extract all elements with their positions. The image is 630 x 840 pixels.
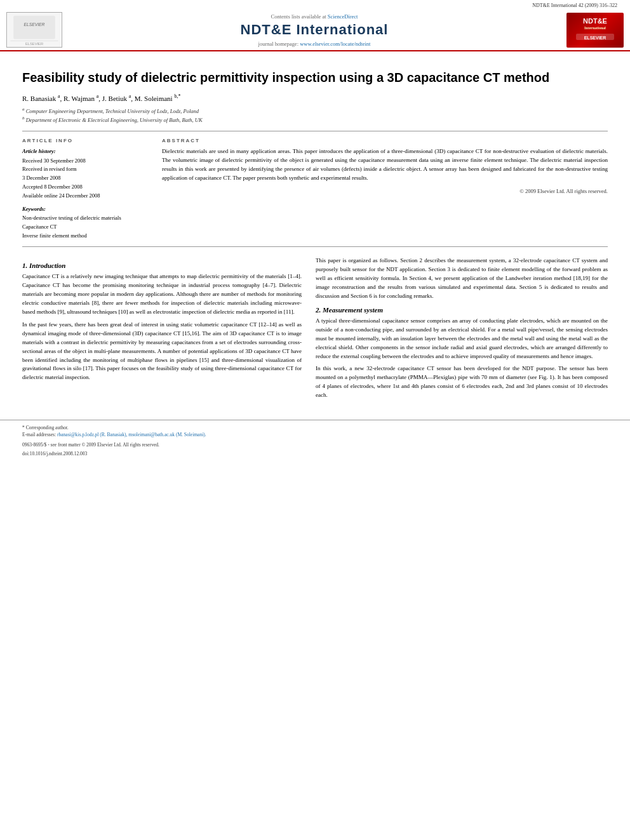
received-date: Received 30 September 2008 xyxy=(22,157,149,165)
svg-rect-1 xyxy=(13,16,55,39)
article-info-col: Article Info Article history: Received 3… xyxy=(22,138,149,240)
measurement-body: A typical three-dimensional capacitance … xyxy=(316,317,608,400)
ndte-logo: NDT&E International ELSEVIER xyxy=(566,13,624,48)
divider-2 xyxy=(22,246,608,247)
article-info-label: Article Info xyxy=(22,138,149,143)
intro-title-italic: Introduction xyxy=(29,262,65,269)
email2[interactable]: msoleimani@bath.ac.uk (M. Soleimani). xyxy=(128,432,206,437)
body-left-col: 1. Introduction Capacitance CT is a rela… xyxy=(22,257,302,404)
available-date: Available online 24 December 2008 xyxy=(22,192,149,200)
svg-text:ELSEVIER: ELSEVIER xyxy=(25,42,43,46)
doi-text: doi:10.1016/j.ndteint.2008.12.003 xyxy=(22,451,87,457)
ndte-logo-sub: International xyxy=(584,26,606,30)
intro-para-2: In the past few years, there has been gr… xyxy=(22,321,302,383)
intro-body: Capacitance CT is a relatively new imagi… xyxy=(22,272,302,382)
email1[interactable]: rbanasi@kis.p.lodz.pl (R. Banasiak), xyxy=(57,432,127,437)
measurement-title-italic: Measurement system xyxy=(323,306,383,314)
intro-right-para-1: This paper is organized as follows. Sect… xyxy=(316,257,608,301)
authors-line: R. Banasiak a, R. Wajman a, J. Betiuk a,… xyxy=(22,93,608,102)
keyword-1: Non-destructive testing of dielectric ma… xyxy=(22,214,149,223)
divider-1 xyxy=(22,131,608,131)
body-right-col: This paper is organized as follows. Sect… xyxy=(316,257,608,404)
keyword-3: Inverse finite element method xyxy=(22,232,149,241)
affiliations: a Computer Engineering Department, Techn… xyxy=(22,106,608,124)
measurement-section-title: 2. Measurement system xyxy=(316,306,608,314)
ndte-logo-text: NDT&E xyxy=(583,17,607,25)
intro-para-1: Capacitance CT is a relatively new imagi… xyxy=(22,272,302,317)
keywords-heading: Keywords: xyxy=(22,206,149,212)
paper-title: Feasibility study of dielectric permitti… xyxy=(22,69,608,86)
homepage-line: journal homepage: www.elsevier.com/locat… xyxy=(62,41,566,47)
science-direct-link[interactable]: ScienceDirect xyxy=(328,13,358,20)
where-text: where xyxy=(377,383,391,389)
homepage-url[interactable]: www.elsevier.com/locate/ndteint xyxy=(300,41,370,47)
abstract-col: Abstract Dielectric materials are used i… xyxy=(162,138,608,240)
citation-line: NDT&E International 42 (2009) 316–322 xyxy=(0,0,630,10)
footer-note: * Corresponding author. E-mail addresses… xyxy=(22,424,608,439)
body-content: 1. Introduction Capacitance CT is a rela… xyxy=(22,257,608,404)
authors-text: R. Banasiak a, R. Wajman a, J. Betiuk a,… xyxy=(22,95,180,102)
elsevier-logo: ELSEVIER ELSEVIER xyxy=(6,12,62,48)
journal-title-block: Contents lists available at ScienceDirec… xyxy=(62,13,566,47)
measurement-para-1: A typical three-dimensional capacitance … xyxy=(316,317,608,361)
journal-main-title: NDT&E International xyxy=(62,22,566,38)
science-direct-line: Contents lists available at ScienceDirec… xyxy=(62,13,566,20)
svg-text:ELSEVIER: ELSEVIER xyxy=(23,22,44,27)
keywords-section: Keywords: Non-destructive testing of die… xyxy=(22,206,149,240)
affiliation-a: a Computer Engineering Department, Techn… xyxy=(22,106,608,116)
abstract-text: Dielectric materials are used in many ap… xyxy=(162,147,608,183)
intro-right-text: This paper is organized as follows. Sect… xyxy=(316,257,608,301)
page-footer: * Corresponding author. E-mail addresses… xyxy=(0,420,630,460)
revised-date: Received in revised form xyxy=(22,165,149,173)
corresponding-author: * Corresponding author. xyxy=(22,424,608,431)
abstract-label: Abstract xyxy=(162,138,608,143)
main-content: Feasibility study of dielectric permitti… xyxy=(0,51,630,410)
intro-section-title: 1. Introduction xyxy=(22,262,302,269)
journal-header: NDT&E International 42 (2009) 316–322 EL… xyxy=(0,0,630,51)
footer-doi: doi:10.1016/j.ndteint.2008.12.003 xyxy=(22,451,608,457)
svg-text:ELSEVIER: ELSEVIER xyxy=(584,36,607,40)
email-line: E-mail addresses: rbanasi@kis.p.lodz.pl … xyxy=(22,431,608,438)
header-middle: ELSEVIER ELSEVIER Contents lists availab… xyxy=(0,10,630,50)
footer-bottom: 0963-8695/$ - see front matter © 2009 El… xyxy=(22,442,608,448)
accepted-date: Accepted 8 December 2008 xyxy=(22,183,149,191)
email-label: E-mail addresses: xyxy=(22,432,56,437)
keyword-2: Capacitance CT xyxy=(22,223,149,232)
article-info-abstract: Article Info Article history: Received 3… xyxy=(22,138,608,240)
history-heading: Article history: xyxy=(22,147,149,156)
citation-text: NDT&E International 42 (2009) 316–322 xyxy=(532,3,617,8)
copyright-text: © 2009 Elsevier Ltd. All rights reserved… xyxy=(162,188,608,194)
page: NDT&E International 42 (2009) 316–322 EL… xyxy=(0,0,630,840)
affiliation-b: b Department of Electronic & Electrical … xyxy=(22,115,608,124)
measurement-para-2: In this work, a new 32-electrode capacit… xyxy=(316,364,608,400)
issn-text: 0963-8695/$ - see front matter © 2009 El… xyxy=(22,442,159,448)
science-direct-text: Contents lists available at xyxy=(271,13,326,20)
article-info-block: Article history: Received 30 September 2… xyxy=(22,147,149,200)
homepage-text: journal homepage: xyxy=(258,41,299,47)
revised-date-2: 3 December 2008 xyxy=(22,174,149,182)
